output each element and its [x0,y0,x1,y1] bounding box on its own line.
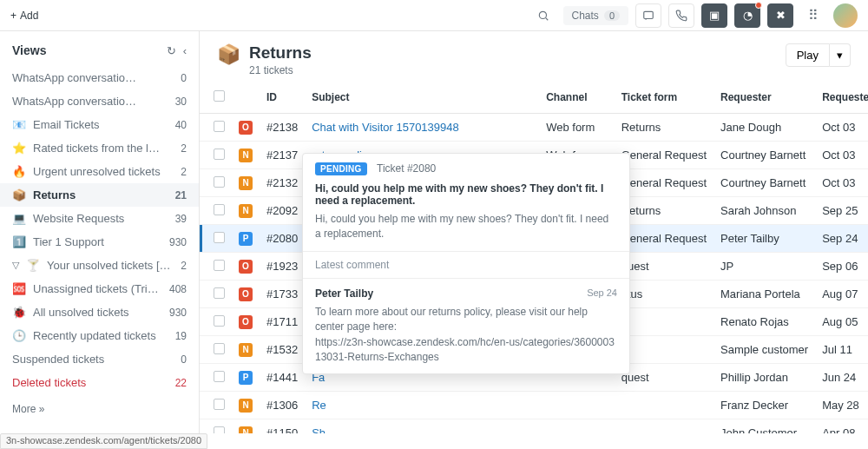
cell-id: #2092 [260,197,305,225]
cell-id: #1923 [260,253,305,281]
sidebar-item[interactable]: 🐞All unsolved tickets930 [0,300,199,324]
status-badge: P [239,232,253,246]
sidebar-item[interactable]: ▽🍸Your unsolved tickets [Skil…2 [0,254,199,277]
search-icon[interactable] [530,3,556,28]
cell-id: #1441 [260,364,305,392]
sidebar-item-count: 21 [175,189,187,201]
cell-id: #2080 [260,225,305,253]
view-emoji-icon: 🍸 [26,259,40,272]
row-checkbox[interactable] [214,232,225,243]
sidebar-item[interactable]: 1️⃣Tier 1 Support930 [0,230,199,254]
col-channel[interactable]: Channel [539,85,615,114]
row-checkbox[interactable] [214,343,225,354]
cell-requested: Jul 11 [815,336,868,364]
collapse-icon[interactable]: ‹ [183,44,187,57]
sidebar-item[interactable]: WhatsApp conversations - Assig…0 [0,66,199,89]
status-badge: N [239,149,253,162]
col-id[interactable]: ID [260,85,305,114]
sidebar-item[interactable]: Suspended tickets0 [0,347,199,371]
app-icon-1[interactable]: ▣ [701,3,727,28]
row-checkbox[interactable] [214,149,225,160]
cell-id: #2138 [260,114,305,142]
row-checkbox[interactable] [214,315,225,327]
latest-comment-label: Latest comment [303,252,629,279]
sidebar-item-label: Deleted tickets [12,376,86,389]
sidebar-item[interactable]: 📦Returns21 [0,183,199,207]
cell-requester: John Customer [713,419,815,434]
sidebar-item-count: 930 [169,307,187,319]
table-row[interactable]: N#1150ShJohn CustomerApr 08- [200,419,868,434]
funnel-icon: ▽ [12,260,19,271]
phone-icon[interactable] [668,3,694,28]
page-subtitle: 21 tickets [249,64,312,76]
table-row[interactable]: O#2138Chat with Visitor 1570139948Web fo… [200,114,868,142]
sidebar-item-count: 40 [175,119,187,131]
cell-id: #1532 [260,336,305,364]
cell-ticket-form [615,419,713,434]
more-views-link[interactable]: More » [0,394,199,424]
sidebar-item[interactable]: Deleted tickets22 [0,371,199,394]
conversations-icon[interactable] [635,3,661,28]
popover-link[interactable]: https://z3n-showcase.zendesk.com/hc/en-u… [315,336,615,363]
cell-ticket-form: Returns [615,114,713,142]
svg-point-0 [539,11,546,18]
sidebar-item[interactable]: 🔥Urgent unresolved tickets2 [0,160,199,183]
cell-subject[interactable]: Re [305,392,539,419]
col-checkbox[interactable] [200,85,232,114]
sidebar-item[interactable]: 📧Email Tickets40 [0,113,199,136]
chats-pill[interactable]: Chats 0 [563,6,628,25]
avatar[interactable] [833,3,858,28]
add-button[interactable]: + Add [10,10,38,22]
sidebar-item-count: 930 [169,236,187,248]
svg-line-1 [545,17,548,20]
plus-icon: + [10,10,16,22]
cell-id: #1711 [260,308,305,336]
cell-requester: Courtney Barnett [713,169,815,197]
row-checkbox[interactable] [214,176,225,188]
status-badge: P [239,371,253,385]
popover-subject: Hi, could you help me with my new shoes?… [315,182,617,207]
sidebar-item[interactable]: WhatsApp conversations - Unass…30 [0,89,199,113]
cell-subject[interactable]: Sh [305,419,539,434]
row-checkbox[interactable] [214,287,225,299]
status-badge: N [239,176,253,190]
col-requester[interactable]: Requester [713,85,815,114]
row-checkbox[interactable] [214,371,225,382]
row-checkbox[interactable] [214,399,225,410]
play-caret-button[interactable]: ▾ [830,43,851,67]
popover-body: Hi, could you help me with my new shoes?… [315,212,617,242]
sidebar-item[interactable]: 🆘Unassigned tickets (Triage)408 [0,277,199,300]
col-subject[interactable]: Subject [305,85,539,114]
row-checkbox[interactable] [214,426,225,434]
table-row[interactable]: N#1306ReFranz DeckerMay 28- [200,392,868,419]
views-header: Views ↻ ‹ [0,38,199,66]
sidebar-item-label: WhatsApp conversations - Assig… [12,71,142,84]
app-icon-3[interactable]: ✖ [767,3,793,28]
play-button-group: Play ▾ [786,43,851,67]
app-icon-2[interactable]: ◔ [734,3,760,28]
cell-requested: Apr 08 [815,419,868,434]
apps-grid-icon[interactable]: ⠿ [800,3,826,28]
cell-subject[interactable]: Chat with Visitor 1570139948 [305,114,539,142]
view-emoji-icon: 📦 [12,188,26,201]
row-checkbox[interactable] [214,204,225,215]
sidebar-item[interactable]: 🕒Recently updated tickets19 [0,324,199,347]
row-checkbox[interactable] [214,121,225,132]
sidebar-item-count: 39 [175,213,187,225]
cell-channel [539,419,615,434]
sidebar-item[interactable]: ⭐Rated tickets from the last 7 d…2 [0,136,199,160]
col-ticket-form[interactable]: Ticket form [615,85,713,114]
refresh-icon[interactable]: ↻ [167,44,176,57]
sidebar-item-count: 22 [175,377,187,389]
col-requested[interactable]: Requested [815,85,868,114]
sidebar-item[interactable]: 💻Website Requests39 [0,207,199,230]
row-checkbox[interactable] [214,260,225,271]
cell-requester: Sample customer [713,336,815,364]
sidebar-item-label: Unassigned tickets (Triage) [33,282,162,295]
main-header: 📦 Returns 21 tickets Play ▾ [200,31,868,85]
play-button[interactable]: Play [786,43,830,67]
table-header-row: ID Subject Channel Ticket form Requester… [200,85,868,114]
add-label: Add [20,10,38,22]
view-emoji-icon: 🐞 [12,306,26,319]
chats-label: Chats [572,10,599,22]
